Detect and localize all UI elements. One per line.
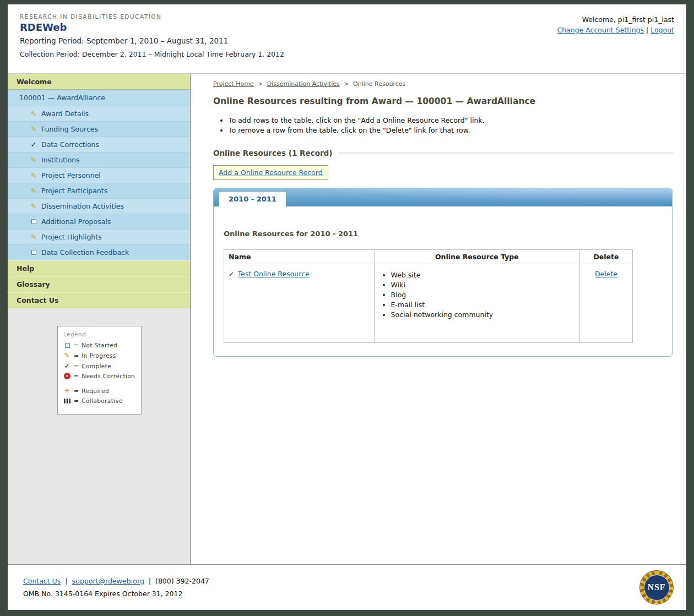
main-content: Project Home > Dissemination Activities … xyxy=(191,74,686,564)
collection-period-value: December 2, 2011 – Midnight Local Time F… xyxy=(82,50,284,58)
panel-title: Online Resources for 2010 - 2011 xyxy=(224,230,662,238)
pencil-icon xyxy=(64,352,70,359)
sidebar-item-label: Project Highlights xyxy=(41,233,102,241)
sidebar-item-label: Project Personnel xyxy=(41,171,101,179)
sidebar-item-project-participants[interactable]: Project Participants xyxy=(8,183,190,199)
footer-email-link[interactable]: support@rdeweb.org xyxy=(72,577,144,585)
legend-row-not-started: = Not Started xyxy=(63,342,137,348)
resource-type-item: Blog xyxy=(391,291,575,299)
app-title: RDEWeb xyxy=(20,21,284,33)
resource-type-item: E-mail list xyxy=(391,301,575,309)
pencil-icon xyxy=(31,125,37,133)
instructions-list: To add rows to the table, click on the "… xyxy=(229,116,673,134)
header-right: Welcome, pi1_first pi1_last Change Accou… xyxy=(557,13,674,73)
sidebar-item-label: Additional Proposals xyxy=(41,217,111,226)
resource-type-item: Wiki xyxy=(391,281,575,289)
reporting-period: Reporting Period: September 1, 2010 – Au… xyxy=(20,36,284,45)
footer-contact-us-link[interactable]: Contact Us xyxy=(23,577,61,585)
breadcrumb-project-home[interactable]: Project Home xyxy=(213,80,254,88)
footer-contact-line: Contact Us | support@rdeweb.org | (800) … xyxy=(23,577,209,585)
resource-type-item: Social networking community xyxy=(391,310,575,319)
section-rule xyxy=(339,152,673,154)
nsf-logo-text: NSF xyxy=(644,575,670,601)
pencil-icon xyxy=(31,156,37,164)
not-started-icon xyxy=(31,250,36,255)
legend-row-required: = Required xyxy=(63,387,137,394)
app-header: RESEARCH IN DISABILITIES EDUCATION RDEWe… xyxy=(8,4,686,74)
legend-label: Not Started xyxy=(82,342,117,348)
legend-row-complete: = Complete xyxy=(63,362,137,369)
sidebar-item-label: Dissemination Activities xyxy=(41,202,124,210)
table-header-row: Name Online Resource Type Delete xyxy=(224,250,633,264)
required-icon xyxy=(64,387,70,394)
name-cell: ✓ Test Online Resource xyxy=(224,264,375,343)
sidebar-item-welcome[interactable]: Welcome xyxy=(8,74,190,90)
sidebar-item-dissemination-activities[interactable]: Dissemination Activities xyxy=(8,199,190,214)
instruction-item: To add rows to the table, click on the "… xyxy=(229,116,673,124)
sidebar-item-institutions[interactable]: Institutions xyxy=(8,152,190,168)
check-icon xyxy=(64,362,70,369)
header-left: RESEARCH IN DISABILITIES EDUCATION RDEWe… xyxy=(20,13,284,73)
add-online-resource-record-link[interactable]: Add a Online Resource Record xyxy=(219,168,323,177)
delete-cell: Delete xyxy=(580,264,633,343)
type-cell: Web site Wiki Blog E-mail list Social ne… xyxy=(374,264,579,343)
panel-body: Online Resources for 2010 - 2011 Name On… xyxy=(214,206,672,356)
pencil-icon xyxy=(31,233,37,241)
sidebar: Welcome 100001 — AwardAlliance Award Det… xyxy=(8,74,191,564)
page-title: Online Resources resulting from Award — … xyxy=(213,96,673,106)
sidebar-item-label: Award Details xyxy=(41,110,89,118)
legend: Legend = Not Started = In Progress = xyxy=(57,326,142,415)
pencil-icon xyxy=(31,171,37,179)
resource-type-item: Web site xyxy=(391,271,575,279)
sidebar-item-data-corrections[interactable]: Data Corrections xyxy=(8,137,190,152)
sidebar-item-award[interactable]: 100001 — AwardAlliance xyxy=(8,90,190,106)
resource-name-link[interactable]: Test Online Resource xyxy=(237,270,309,278)
not-started-icon xyxy=(31,219,36,224)
collection-period-label: Collection Period: xyxy=(20,50,80,58)
breadcrumb-dissemination-activities[interactable]: Dissemination Activities xyxy=(267,80,340,88)
breadcrumb: Project Home > Dissemination Activities … xyxy=(213,80,673,88)
tab-strip: 2010 - 2011 xyxy=(214,188,672,206)
tab-2010-2011[interactable]: 2010 - 2011 xyxy=(219,191,286,206)
sidebar-item-contact-us[interactable]: Contact Us xyxy=(8,292,190,308)
legend-row-collaborative: = Collaborative xyxy=(63,397,137,404)
change-account-settings-link[interactable]: Change Account Settings xyxy=(557,26,644,34)
pencil-icon xyxy=(31,202,37,210)
instruction-item: To remove a row from the table, click on… xyxy=(229,126,673,134)
sidebar-item-data-collection-feedback[interactable]: Data Collection Feedback xyxy=(8,245,190,260)
table-row: ✓ Test Online Resource Web site Wiki Blo… xyxy=(224,264,633,343)
collection-period: Collection Period: December 2, 2011 – Mi… xyxy=(20,50,284,58)
sidebar-filler: Legend = Not Started = In Progress = xyxy=(8,308,190,564)
delete-row-link[interactable]: Delete xyxy=(595,270,617,278)
section-head: Online Resources (1 Record) xyxy=(213,149,673,157)
needs-correction-icon xyxy=(64,373,71,379)
body-row: Welcome 100001 — AwardAlliance Award Det… xyxy=(8,74,686,564)
legend-label: Required xyxy=(82,388,109,394)
header-link-divider: | xyxy=(646,26,648,34)
section-title: Online Resources (1 Record) xyxy=(213,149,332,157)
legend-row-needs-correction: = Needs Correction xyxy=(63,373,137,379)
footer-text: Contact Us | support@rdeweb.org | (800) … xyxy=(23,577,209,598)
sidebar-item-project-highlights[interactable]: Project Highlights xyxy=(8,230,190,245)
column-header-type: Online Resource Type xyxy=(374,250,579,264)
welcome-text: Welcome, pi1_first pi1_last xyxy=(557,15,674,24)
year-tab-panel: 2010 - 2011 Online Resources for 2010 - … xyxy=(213,188,673,357)
collaborative-icon xyxy=(63,398,71,404)
legend-row-in-progress: = In Progress xyxy=(63,352,137,359)
reporting-period-value: September 1, 2010 – August 31, 2011 xyxy=(86,36,228,45)
org-name: RESEARCH IN DISABILITIES EDUCATION xyxy=(20,13,284,20)
sidebar-item-additional-proposals[interactable]: Additional Proposals xyxy=(8,214,190,230)
sidebar-item-award-details[interactable]: Award Details xyxy=(8,106,190,122)
sidebar-item-funding-sources[interactable]: Funding Sources xyxy=(8,122,190,137)
sidebar-item-label: Data Corrections xyxy=(41,140,99,149)
sidebar-item-project-personnel[interactable]: Project Personnel xyxy=(8,168,190,183)
check-icon xyxy=(31,140,37,149)
logout-link[interactable]: Logout xyxy=(650,26,674,34)
legend-title: Legend xyxy=(63,331,137,337)
pencil-icon xyxy=(31,187,37,195)
column-header-delete: Delete xyxy=(580,250,633,264)
column-header-name: Name xyxy=(224,250,375,264)
sidebar-item-label: Project Participants xyxy=(41,187,107,195)
sidebar-item-help[interactable]: Help xyxy=(8,260,190,276)
sidebar-item-glossary[interactable]: Glossary xyxy=(8,276,190,292)
